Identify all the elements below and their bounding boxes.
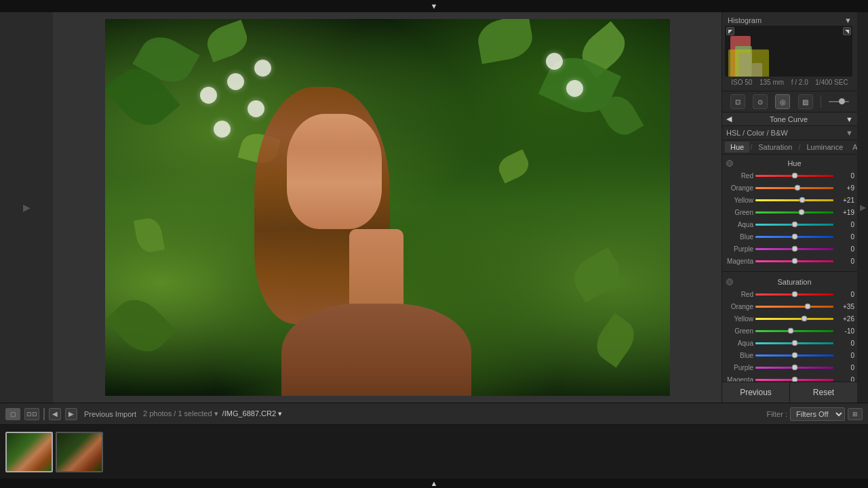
bottom-toolbar: ▢ ⊡⊡ ◀ ▶ Previous Import 2 photos / 1 se… <box>0 403 868 424</box>
right-panel: Histogram ▼ ◤ ◥ ISO 50 135 mm f / 2.0 <box>722 12 857 403</box>
hue-orange-thumb[interactable] <box>795 185 801 191</box>
flower-decoration <box>254 60 271 77</box>
sat-yellow-thumb[interactable] <box>802 316 808 322</box>
tab-divider2: / <box>798 143 800 151</box>
hue-aqua-thumb[interactable] <box>791 222 797 228</box>
sat-green-thumb[interactable] <box>787 328 793 334</box>
hue-section: Hue Red 0 Orange <box>722 155 857 270</box>
hue-toggle[interactable] <box>726 160 733 167</box>
sat-blue-thumb[interactable] <box>791 352 797 359</box>
thumb-image-1 <box>7 433 52 471</box>
filmstrip-thumb-1[interactable] <box>5 432 53 472</box>
sat-yellow-row: Yellow +26 <box>722 312 857 325</box>
hist-bar-gray <box>752 63 762 77</box>
sat-magenta-track[interactable] <box>755 375 833 382</box>
filmstrip-thumb-2[interactable] <box>56 432 103 472</box>
graduated-filter-icon[interactable]: ▨ <box>798 94 813 109</box>
sat-yellow-track[interactable] <box>755 314 833 323</box>
saturation-title-row: Saturation <box>722 276 857 288</box>
tab-hue[interactable]: Hue <box>725 142 749 152</box>
flower-decoration <box>200 87 217 104</box>
tab-all[interactable]: All <box>849 142 857 152</box>
tab-luminance[interactable]: Luminance <box>801 142 848 152</box>
hue-yellow-thumb[interactable] <box>800 197 806 203</box>
exposure-slider-icon[interactable] <box>829 101 849 102</box>
next-photo-btn[interactable]: ▶ <box>65 408 77 420</box>
sat-yellow-value: +26 <box>835 315 854 323</box>
sat-blue-label: Blue <box>725 352 753 359</box>
saturation-section: Saturation Red 0 Orange <box>722 273 857 382</box>
hue-green-track[interactable] <box>755 207 833 217</box>
sat-aqua-thumb[interactable] <box>791 340 797 346</box>
sat-red-thumb[interactable] <box>791 291 797 298</box>
sat-red-track[interactable] <box>755 289 833 299</box>
sat-orange-thumb[interactable] <box>805 304 811 310</box>
hue-red-row: Red 0 <box>722 169 857 182</box>
sat-purple-value: 0 <box>835 364 854 371</box>
red-eye-icon[interactable]: ◎ <box>775 94 790 109</box>
hue-red-track[interactable] <box>755 171 833 180</box>
hsl-panel[interactable]: HSL / Color / B&W ▼ Hue / Saturation / L… <box>722 126 857 382</box>
hue-aqua-value: 0 <box>835 221 854 228</box>
bottom-bar: ▲ <box>0 479 868 488</box>
sat-magenta-thumb[interactable] <box>791 377 797 382</box>
single-view-btn[interactable]: ▢ <box>5 408 20 420</box>
filter-select[interactable]: Filters Off Flagged Unflagged Rejected <box>790 407 845 421</box>
right-side: Histogram ▼ ◤ ◥ ISO 50 135 mm f / 2.0 <box>722 12 868 403</box>
previous-button[interactable]: Previous <box>722 382 790 403</box>
hue-title-row: Hue <box>722 157 857 169</box>
histogram-warning-left[interactable]: ◤ <box>726 27 734 35</box>
hue-blue-label: Blue <box>725 233 753 241</box>
hue-blue-track[interactable] <box>755 232 833 241</box>
sat-red-label: Red <box>725 291 753 298</box>
tool-icons-row: ⊡ ⊙ ◎ ▨ <box>722 92 857 113</box>
hue-green-row: Green +19 <box>722 206 857 218</box>
crop-tool-icon[interactable]: ⊡ <box>730 94 745 109</box>
histogram-warning-right[interactable]: ◥ <box>843 27 851 35</box>
filename-info[interactable]: /IMG_6887.CR2 ▾ <box>222 409 283 418</box>
hue-purple-track[interactable] <box>755 244 833 253</box>
reset-button[interactable]: Reset <box>790 382 857 403</box>
left-panel-arrow-icon[interactable]: ▶ <box>23 202 31 213</box>
spot-removal-icon[interactable]: ⊙ <box>753 94 768 109</box>
portrait-clothing <box>281 304 471 396</box>
histogram-dropdown-icon[interactable]: ▼ <box>844 16 852 24</box>
hue-red-thumb[interactable] <box>791 173 797 179</box>
grid-view-btn[interactable]: ⊞ <box>848 408 863 420</box>
sat-magenta-label: Magenta <box>725 376 753 382</box>
hue-magenta-track[interactable] <box>755 256 833 266</box>
saturation-toggle[interactable] <box>726 279 733 285</box>
photo-container <box>105 19 670 396</box>
sat-green-track[interactable] <box>755 326 833 336</box>
tone-curve-header[interactable]: ◀ Tone Curve ▼ <box>722 113 857 126</box>
prev-photo-btn[interactable]: ◀ <box>49 408 61 420</box>
hue-yellow-track[interactable] <box>755 195 833 205</box>
hue-magenta-thumb[interactable] <box>791 258 797 264</box>
filter-label: Filter : <box>766 410 787 418</box>
sat-aqua-track[interactable] <box>755 338 833 348</box>
thumb-image-2 <box>57 433 102 471</box>
hue-aqua-track[interactable] <box>755 220 833 229</box>
hue-purple-thumb[interactable] <box>791 246 797 252</box>
sat-purple-label: Purple <box>725 364 753 371</box>
histogram-canvas: ◤ ◥ <box>725 26 852 77</box>
hue-section-title: Hue <box>736 159 853 167</box>
tone-curve-dropdown-icon: ▼ <box>846 115 853 123</box>
sat-yellow-label: Yellow <box>725 315 753 323</box>
sat-purple-thumb[interactable] <box>791 365 797 371</box>
saturation-section-title: Saturation <box>736 278 853 286</box>
tab-saturation[interactable]: Saturation <box>753 142 797 152</box>
sat-orange-track[interactable] <box>755 302 833 311</box>
hue-orange-track[interactable] <box>755 183 833 192</box>
sat-purple-track[interactable] <box>755 363 833 372</box>
sat-blue-track[interactable] <box>755 350 833 360</box>
separator-1 <box>722 271 857 272</box>
hue-blue-thumb[interactable] <box>791 234 797 240</box>
right-panel-arrow[interactable]: ▶ <box>857 12 868 403</box>
portrait-face <box>287 114 382 229</box>
compare-view-btn[interactable]: ⊡⊡ <box>24 408 39 420</box>
flower-decoration <box>214 121 231 138</box>
hue-green-thumb[interactable] <box>798 209 804 216</box>
flower-decoration <box>248 100 264 117</box>
tone-curve-collapse-icon: ◀ <box>726 115 732 123</box>
